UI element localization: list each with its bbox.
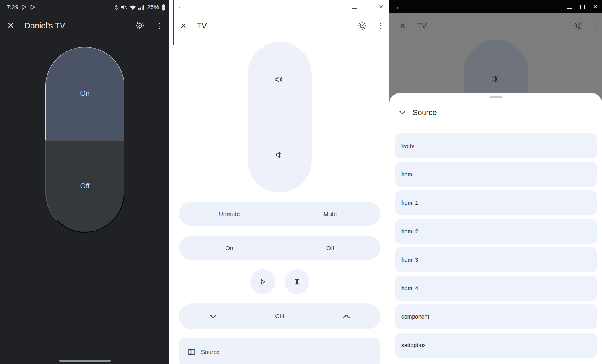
tv-remote-window: ← ✕ ✕ TV — [169, 0, 389, 364]
close-icon: ✕ — [399, 21, 407, 30]
channel-down-button[interactable] — [209, 314, 217, 319]
minimize-icon[interactable] — [567, 8, 572, 9]
input-source-icon — [187, 348, 195, 356]
volume-up-button[interactable] — [248, 42, 312, 117]
volume-up-icon — [275, 75, 284, 83]
gear-icon — [574, 21, 583, 30]
source-button[interactable]: Source — [179, 338, 380, 364]
screenshot-root: 7:29 — [0, 0, 602, 364]
status-bar: 7:29 — [0, 2, 169, 12]
phone-remote-panel: 7:29 — [0, 0, 169, 364]
play-button[interactable] — [250, 269, 275, 294]
off-button[interactable]: Off — [280, 236, 381, 260]
remote-title: TV — [417, 21, 427, 30]
sound-muted-icon — [121, 4, 127, 10]
settings-button[interactable] — [358, 21, 367, 30]
source-item[interactable]: hdmi 4 — [395, 276, 597, 301]
battery-percent: 25% — [147, 4, 159, 10]
play-icon — [259, 278, 266, 285]
chevron-down-icon — [399, 111, 406, 115]
chevron-up-icon — [343, 314, 350, 319]
bluetooth-icon — [114, 4, 118, 10]
remote-app-header-dimmed: ✕ TV ⋮ — [389, 19, 602, 32]
gesture-navigation-bar[interactable] — [59, 360, 111, 362]
play-store-icon — [30, 4, 35, 10]
source-item[interactable]: hdmi 3 — [395, 247, 597, 272]
power-row: On Off — [179, 236, 380, 260]
status-time: 7:29 — [7, 4, 18, 10]
source-item[interactable]: livetv — [395, 133, 597, 158]
overflow-menu-icon[interactable]: ⋮ — [377, 21, 383, 30]
source-item[interactable]: settopbox — [395, 333, 597, 358]
power-toggle: On Off — [45, 47, 124, 233]
source-bottom-sheet: Source livetv hdmi hdmi 1 hdmi 2 hdmi 3 … — [389, 93, 602, 364]
source-item[interactable]: hdmi 1 — [395, 190, 597, 215]
divider — [0, 357, 169, 357]
signal-icon — [138, 5, 144, 10]
volume-down-icon — [275, 151, 284, 159]
volume-down-button[interactable] — [248, 117, 312, 192]
gear-icon — [358, 21, 367, 30]
maximize-icon[interactable] — [366, 5, 370, 9]
play-store-icon — [21, 4, 27, 10]
phone-app-header: ✕ Daniel's TV ⋮ — [0, 18, 169, 33]
minimize-icon[interactable] — [352, 8, 357, 9]
power-off-button[interactable]: Off — [45, 140, 124, 233]
sheet-title: Source — [413, 108, 437, 117]
window-edge — [173, 45, 173, 364]
power-on-button[interactable]: On — [45, 47, 124, 140]
back-icon[interactable]: ← — [395, 2, 403, 11]
window-close-icon[interactable]: ✕ — [378, 0, 384, 14]
close-icon[interactable]: ✕ — [180, 21, 188, 30]
channel-control: CH — [179, 303, 380, 329]
overflow-menu-icon: ⋮ — [592, 21, 598, 30]
on-button[interactable]: On — [179, 236, 280, 260]
source-button-label: Source — [201, 349, 220, 355]
source-item[interactable]: hdmi 2 — [395, 219, 597, 244]
tv-remote-window-dimmed: ← ✕ ✕ TV — [389, 0, 602, 364]
window-titlebar: ← ✕ — [169, 0, 389, 14]
window-close-icon[interactable]: ✕ — [593, 0, 598, 14]
window-titlebar: ← ✕ — [389, 0, 602, 13]
channel-label: CH — [217, 313, 343, 320]
source-item[interactable]: component — [395, 304, 597, 329]
settings-button[interactable] — [135, 21, 145, 30]
gear-icon — [135, 21, 144, 30]
channel-up-button[interactable] — [343, 314, 350, 319]
overflow-menu-icon[interactable]: ⋮ — [156, 21, 162, 30]
sheet-header: Source — [399, 105, 594, 120]
battery-icon — [161, 4, 165, 11]
maximize-icon[interactable] — [580, 5, 585, 9]
sheet-drag-handle[interactable] — [490, 96, 502, 98]
back-icon[interactable]: ← — [177, 2, 185, 11]
device-title: Daniel's TV — [24, 21, 65, 30]
volume-rocker-dimmed — [464, 40, 528, 93]
mute-button[interactable]: Mute — [280, 202, 381, 226]
chevron-down-icon — [209, 314, 217, 319]
pause-button[interactable] — [285, 269, 309, 294]
collapse-sheet-button[interactable] — [399, 111, 406, 115]
mute-row: Unmute Mute — [179, 202, 380, 226]
volume-up-icon — [492, 75, 500, 83]
unmute-button[interactable]: Unmute — [179, 202, 280, 226]
pause-icon — [293, 278, 301, 285]
remote-app-header: ✕ TV ⋮ — [169, 19, 389, 32]
close-icon[interactable]: ✕ — [7, 21, 18, 30]
volume-rocker — [248, 42, 312, 192]
wifi-icon — [130, 5, 136, 10]
remote-title: TV — [197, 21, 207, 30]
source-list: livetv hdmi hdmi 1 hdmi 2 hdmi 3 hdmi 4 … — [395, 133, 597, 358]
settings-button[interactable] — [574, 21, 583, 30]
source-item[interactable]: hdmi — [395, 162, 597, 187]
